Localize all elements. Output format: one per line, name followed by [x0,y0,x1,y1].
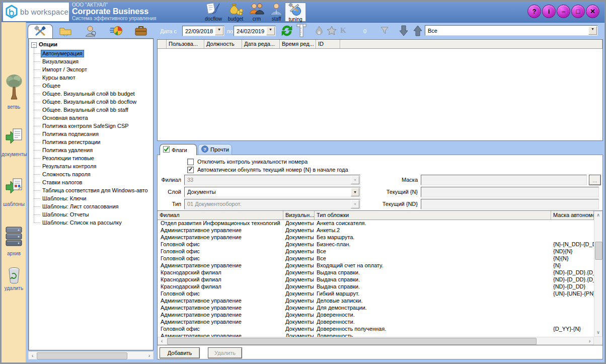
tree-item[interactable]: Политика удаления [41,147,94,154]
table-hscrollbar[interactable]: ‹ › [158,337,594,345]
mask-browse-button[interactable]: ... [589,175,601,185]
tree-item[interactable]: Ставки налогов [41,179,84,186]
numbering-column-header[interactable]: Филиал [158,211,283,220]
module-staff[interactable]: staff [266,3,287,22]
audit-column-header[interactable]: Время ред... [280,40,316,48]
sidebar-item-dokumenty[interactable]: документы [2,125,26,157]
minimize-button[interactable]: – [557,5,570,18]
table-row[interactable]: Отдел развития Информационных технологий… [158,220,594,227]
audit-column-header[interactable] [158,40,167,48]
maximize-button[interactable]: □ [571,5,585,18]
ruler-icon[interactable] [296,24,307,38]
table-row[interactable]: Административное управлениеДокументыАнке… [158,227,594,234]
view-filter-dropdown-icon[interactable] [588,26,597,35]
audit-column-header[interactable]: Должность [204,40,242,48]
filter-funnel-icon[interactable] [381,26,389,35]
filial-combo[interactable]: 33 [184,175,360,185]
scroll-right-icon[interactable]: › [586,337,593,344]
layer-combo[interactable]: Документы [184,187,360,197]
delete-button[interactable]: Удалить [208,347,242,358]
nav-tab-briefcase[interactable] [128,24,154,38]
sidebar-item-udalit[interactable]: удалить [2,266,26,291]
audit-column-header[interactable]: Пользова... [167,40,204,48]
tree-item[interactable]: Шаблоны: Отчеты [41,211,91,219]
table-row[interactable]: Краснодарский филиалДокументыВыдача спра… [158,276,594,283]
tree-item[interactable]: Общее. Визуальный слой bb staff [41,106,130,114]
current-nd-field[interactable] [421,199,599,209]
scroll-thumb[interactable] [595,242,602,260]
help-button[interactable]: ? [527,5,541,18]
tab-flags[interactable]: Флаги [160,144,197,155]
sidebar-item-arhiv[interactable]: архив [2,224,26,256]
tree-item[interactable]: Визуализация [41,58,80,65]
table-row[interactable]: Головной офисДокументыВсе{N}{N} [158,255,594,262]
refresh-icon[interactable] [281,25,293,38]
tree-item[interactable]: Результаты контроля [41,163,98,170]
tab-other[interactable]: ? Прочти [198,144,232,155]
tree-item[interactable]: Импорт / Экспорт [41,66,89,74]
tree-item[interactable]: Политика регистрации [41,138,102,146]
audit-column-header[interactable]: Дата реда... [242,40,280,48]
sidebar-item-vetv[interactable]: ветвь [2,74,26,110]
date-from-combo[interactable] [182,26,224,36]
nav-tab-folder[interactable] [53,24,78,38]
mask-field[interactable] [421,175,587,185]
scroll-thumb[interactable] [37,352,127,359]
view-filter-combo[interactable] [425,25,598,36]
type-combo[interactable]: 01 Документооборот. [184,199,360,209]
move-up-icon[interactable] [413,25,422,37]
date-from-dropdown-icon[interactable] [215,27,223,35]
table-row[interactable]: Административное управлениеДокументыДело… [158,297,594,304]
table-vscrollbar[interactable]: ∧ ∨ [594,211,602,337]
scroll-right-icon[interactable]: › [145,352,153,359]
tree-hscrollbar[interactable]: ‹ › [28,351,154,359]
nav-tab-tools[interactable] [28,24,53,38]
tree-item[interactable]: Политика контроля SafeSign CSP [41,122,130,130]
table-row[interactable]: Краснодарский филиалДокументыВыдача спра… [158,283,594,290]
table-row[interactable]: Административное управлениеДокументыДове… [158,311,594,318]
nav-tab-chart[interactable] [103,24,128,38]
table-row[interactable]: Головной офисДокументыВсе{ND}{N} [158,248,594,255]
tree-item[interactable]: Шаблоны: Список на рассылку [41,219,123,227]
tree-item[interactable]: Шаблоны: Лист согласования [41,203,120,210]
scroll-left-icon[interactable]: ‹ [158,337,166,344]
table-row[interactable]: Административное управлениеДокументыБез … [158,234,594,241]
module-tuning[interactable]: tuning [285,3,306,22]
tree-item[interactable]: Сложность пароля [41,171,92,178]
tree-item[interactable]: Политика подписания [41,130,100,138]
date-to-input[interactable] [235,27,267,35]
scroll-down-icon[interactable]: ∨ [594,329,602,336]
date-from-input[interactable] [183,27,215,35]
move-down-icon[interactable] [399,25,408,37]
table-row[interactable]: Административное управлениеДокументыДове… [158,318,594,325]
tree-item[interactable]: Шаблоны: Ключи [41,195,88,202]
current-n-field[interactable] [421,187,599,197]
view-filter-input[interactable] [426,26,588,35]
scroll-thumb[interactable] [167,338,537,345]
scroll-left-icon[interactable]: ‹ [29,352,36,359]
scroll-up-icon[interactable]: ∧ [594,211,602,219]
module-docflow[interactable]: docflow [203,3,224,22]
close-button[interactable]: ✕ [586,5,599,18]
table-row[interactable]: Головной офисДокументыГибкий маршрут.{UN… [158,290,594,297]
tree-item[interactable]: Общее. Визуальный слой bb docflow [41,98,138,106]
star-icon[interactable] [327,26,337,36]
unique-number-checkbox[interactable] [187,159,194,165]
layer-dropdown-icon[interactable] [351,188,359,196]
module-crm[interactable]: crm [246,3,267,22]
reset-number-checkbox[interactable] [187,167,194,173]
tree-item[interactable]: Резолюции типовые [41,155,96,162]
info-button[interactable]: i [542,5,556,18]
module-budget[interactable]: budget [225,3,246,22]
tree-item[interactable]: Автонумерация [41,50,84,57]
flame-icon[interactable] [315,26,323,37]
tree-item[interactable]: Общее. Визуальный слой bb budget [41,90,136,98]
tree-item[interactable]: Основная валюта [41,114,90,122]
table-row[interactable]: Головной офисДокументыДоверенность получ… [158,325,594,332]
numbering-column-header[interactable]: Визуальн... [283,211,315,220]
table-row[interactable]: Административное управлениеДокументыВход… [158,262,594,269]
table-row[interactable]: Административное управлениеДокументыДля … [158,304,594,311]
table-row[interactable]: Головной офисДокументыБизнес-план.{N}-{N… [158,241,594,248]
k-button[interactable]: K [340,26,346,35]
tree-item[interactable]: Курсы валют [41,74,77,82]
